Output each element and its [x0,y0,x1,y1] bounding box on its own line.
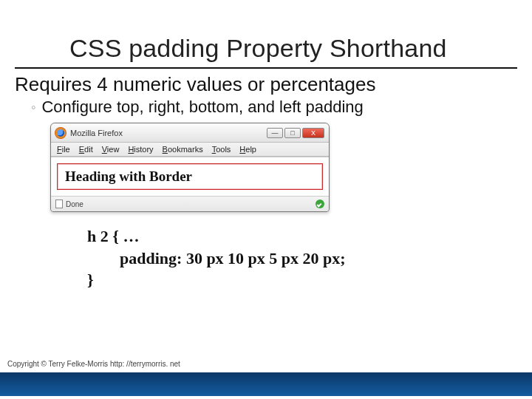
menu-history[interactable]: History [128,145,153,154]
firefox-icon [55,128,66,138]
bullet-marker: ◦ [31,98,35,117]
copyright-text: Copyright © Terry Felke-Morris http: //t… [7,360,180,368]
sub-bullet-row: ◦ Configure top, right, bottom, and left… [0,96,532,117]
browser-content: Heading with Border [51,157,329,197]
browser-app-name: Mozilla Firefox [70,129,267,137]
code-line-1: h 2 { … [87,227,139,245]
window-buttons: — □ X [267,128,324,138]
bordered-heading: Heading with Border [57,163,323,190]
code-sample: h 2 { … padding: 30 px 10 px 5 px 20 px;… [0,212,532,291]
status-text: Done [66,200,83,208]
sub-bullet-text: Configure top, right, bottom, and left p… [41,98,363,117]
menu-file[interactable]: File [57,145,70,154]
document-icon [55,200,63,208]
check-icon [316,200,324,208]
slide-title: CSS padding Property Shorthand [0,0,532,66]
close-button[interactable]: X [302,128,324,138]
menu-view[interactable]: View [102,145,120,154]
menu-bookmarks[interactable]: Bookmarks [163,145,203,154]
browser-window: Mozilla Firefox — □ X File Edit View His… [50,123,330,212]
menu-tools[interactable]: Tools [212,145,231,154]
footer-bar [0,372,532,396]
slide-subtitle: Requires 4 numeric values or percentages [0,69,532,96]
minimize-button[interactable]: — [267,128,283,138]
menu-edit[interactable]: Edit [79,145,93,154]
code-line-2: padding: 30 px 10 px 5 px 20 px; [87,249,346,267]
browser-menubar: File Edit View History Bookmarks Tools H… [51,143,329,157]
code-line-3: } [87,270,94,289]
browser-titlebar: Mozilla Firefox — □ X [51,123,329,143]
browser-statusbar: Done [51,197,329,211]
maximize-button[interactable]: □ [284,128,301,138]
menu-help[interactable]: Help [239,145,256,154]
